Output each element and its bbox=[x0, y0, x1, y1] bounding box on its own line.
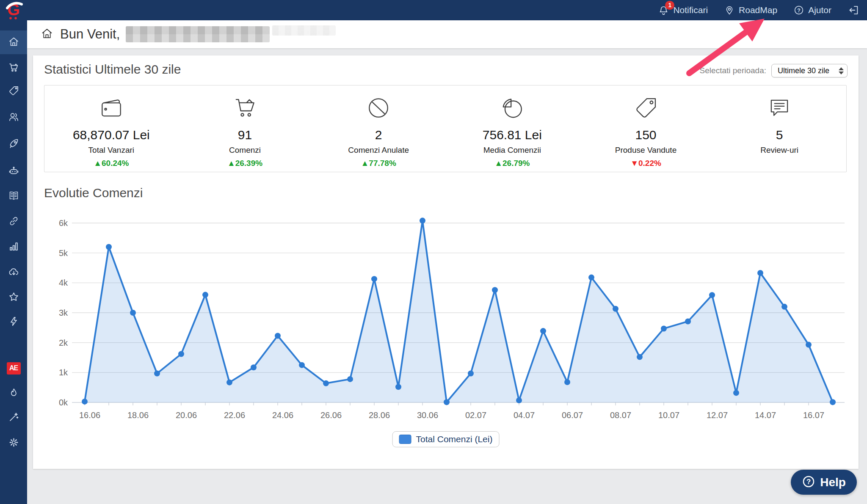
svg-text:28.06: 28.06 bbox=[369, 410, 390, 420]
stats-section-title: Statistici Ultimele 30 zile bbox=[44, 62, 181, 77]
notifications-label: Notificari bbox=[673, 5, 708, 15]
question-circle-icon: ? bbox=[802, 475, 815, 490]
svg-text:08.07: 08.07 bbox=[610, 410, 631, 420]
users-icon bbox=[8, 111, 19, 124]
roadmap-menu-item[interactable]: RoadMap bbox=[724, 5, 777, 16]
stat-label: Comenzi Anulate bbox=[348, 146, 409, 155]
tag-icon bbox=[633, 95, 659, 123]
stat-card-cancelled-orders: 2 Comenzi Anulate ▲77.78% bbox=[312, 85, 445, 172]
sidebar-item-blog[interactable] bbox=[0, 185, 27, 208]
lightning-icon bbox=[8, 316, 19, 329]
sidebar-item-reports[interactable] bbox=[0, 235, 27, 259]
comment-icon bbox=[766, 95, 792, 123]
book-icon bbox=[8, 190, 19, 203]
period-selector-row: Selectati perioada: Ultimele 30 zile bbox=[700, 64, 848, 77]
sidebar-item-import[interactable] bbox=[0, 261, 27, 284]
up-arrow-icon: ▲ bbox=[227, 159, 235, 168]
stat-delta: ▲26.79% bbox=[494, 159, 530, 168]
stat-value: 5 bbox=[776, 128, 783, 142]
stat-label: Media Comenzii bbox=[483, 146, 541, 155]
welcome-header: Bun Venit, bbox=[27, 20, 867, 48]
bar-chart-icon bbox=[8, 241, 19, 254]
stat-value: 2 bbox=[375, 128, 382, 142]
sidebar-item-reviews[interactable] bbox=[0, 286, 27, 309]
stat-label: Produse Vandute bbox=[615, 146, 676, 155]
stat-delta: ▲77.78% bbox=[361, 159, 396, 168]
magic-wand-icon bbox=[8, 411, 19, 424]
stat-value: 91 bbox=[238, 128, 252, 142]
sidebar-item-orders[interactable] bbox=[0, 56, 27, 80]
roadmap-label: RoadMap bbox=[739, 5, 777, 15]
svg-text:16.07: 16.07 bbox=[803, 410, 824, 420]
cart-icon bbox=[8, 62, 19, 75]
sidebar-item-aliexpress[interactable]: AE bbox=[0, 356, 27, 380]
map-pin-icon bbox=[724, 5, 735, 16]
svg-text:02.07: 02.07 bbox=[465, 410, 486, 420]
svg-text:04.07: 04.07 bbox=[514, 410, 535, 420]
stat-card-orders: 91 Comenzi ▲26.39% bbox=[178, 85, 312, 172]
sidebar-item-links[interactable] bbox=[0, 210, 27, 234]
link-icon bbox=[8, 215, 19, 229]
down-arrow-icon: ▼ bbox=[630, 159, 638, 168]
stat-label: Comenzi bbox=[229, 146, 261, 155]
gomag-logo[interactable]: G bbox=[4, 1, 23, 20]
sidebar-item-customers[interactable] bbox=[0, 106, 27, 129]
select-arrows-icon bbox=[839, 67, 844, 74]
dashboard-panel: Statistici Ultimele 30 zile Selectati pe… bbox=[33, 55, 859, 469]
legend-swatch bbox=[399, 435, 411, 444]
stat-delta: ▲26.39% bbox=[227, 159, 262, 168]
stats-cards-container: 68,870.07 Lei Total Vanzari ▲60.24% 91 C… bbox=[44, 85, 847, 172]
svg-text:2k: 2k bbox=[59, 338, 68, 347]
stat-delta: ▲60.24% bbox=[94, 159, 129, 168]
orders-evolution-chart[interactable]: 0k1k2k3k4k5k6k16.0618.0620.0622.0624.062… bbox=[38, 210, 851, 426]
robot-icon bbox=[8, 165, 19, 179]
flame-icon bbox=[8, 387, 19, 400]
up-arrow-icon: ▲ bbox=[361, 159, 369, 168]
notifications-menu-item[interactable]: 1 Notificari bbox=[658, 5, 708, 16]
star-icon bbox=[8, 291, 19, 304]
logout-icon bbox=[848, 4, 859, 16]
svg-text:3k: 3k bbox=[59, 308, 68, 317]
aliexpress-badge: AE bbox=[7, 362, 21, 375]
sidebar-item-wizard[interactable] bbox=[0, 406, 27, 430]
sidebar-item-settings[interactable] bbox=[0, 431, 27, 455]
help-menu-item[interactable]: ? Ajutor bbox=[793, 5, 831, 16]
sidebar-item-chatbot[interactable] bbox=[0, 160, 27, 184]
sidebar-item-products[interactable] bbox=[0, 80, 27, 103]
svg-text:?: ? bbox=[806, 478, 811, 486]
logout-button[interactable] bbox=[848, 4, 859, 16]
gear-icon bbox=[8, 437, 19, 450]
bell-icon[interactable]: 1 bbox=[658, 5, 669, 16]
svg-text:06.07: 06.07 bbox=[562, 410, 583, 420]
ajutor-label: Ajutor bbox=[808, 5, 831, 15]
sidebar-item-automation[interactable] bbox=[0, 310, 27, 334]
sidebar-item-hot-products[interactable] bbox=[0, 382, 27, 405]
chart-legend[interactable]: Total Comenzi (Lei) bbox=[392, 431, 500, 447]
stat-value: 150 bbox=[635, 128, 656, 142]
question-circle-icon: ? bbox=[793, 5, 804, 16]
svg-text:20.06: 20.06 bbox=[176, 410, 197, 420]
stat-label: Review-uri bbox=[760, 146, 798, 155]
svg-text:5k: 5k bbox=[59, 248, 68, 258]
home-icon bbox=[8, 36, 19, 49]
rocket-icon bbox=[8, 138, 19, 151]
stat-label: Total Vanzari bbox=[88, 146, 134, 155]
period-select-value: Ultimele 30 zile bbox=[778, 66, 829, 75]
sidebar-item-marketing[interactable] bbox=[0, 132, 27, 156]
svg-text:?: ? bbox=[797, 8, 801, 14]
svg-text:18.06: 18.06 bbox=[127, 410, 149, 420]
cart-icon bbox=[232, 95, 258, 123]
wallet-icon bbox=[98, 95, 124, 123]
stat-value: 756.81 Lei bbox=[483, 128, 542, 142]
svg-text:10.07: 10.07 bbox=[658, 410, 679, 420]
sidebar-item-home[interactable] bbox=[0, 30, 27, 54]
stat-card-average-order: 756.81 Lei Media Comenzii ▲26.79% bbox=[445, 85, 579, 172]
stat-card-reviews: 5 Review-uri bbox=[712, 85, 846, 172]
welcome-text: Bun Venit, bbox=[60, 27, 120, 42]
legend-label: Total Comenzi (Lei) bbox=[416, 434, 493, 444]
up-arrow-icon: ▲ bbox=[94, 159, 102, 168]
help-floating-button[interactable]: ? Help bbox=[791, 470, 857, 495]
svg-text:4k: 4k bbox=[59, 278, 68, 287]
period-select-dropdown[interactable]: Ultimele 30 zile bbox=[771, 64, 848, 77]
svg-text:22.06: 22.06 bbox=[224, 410, 245, 420]
